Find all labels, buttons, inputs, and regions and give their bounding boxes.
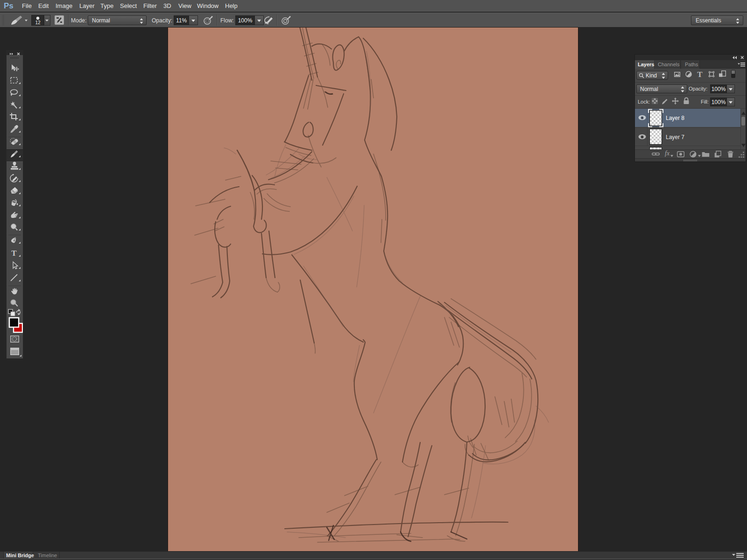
svg-text:T: T <box>11 249 17 258</box>
svg-text:12: 12 <box>35 20 41 25</box>
